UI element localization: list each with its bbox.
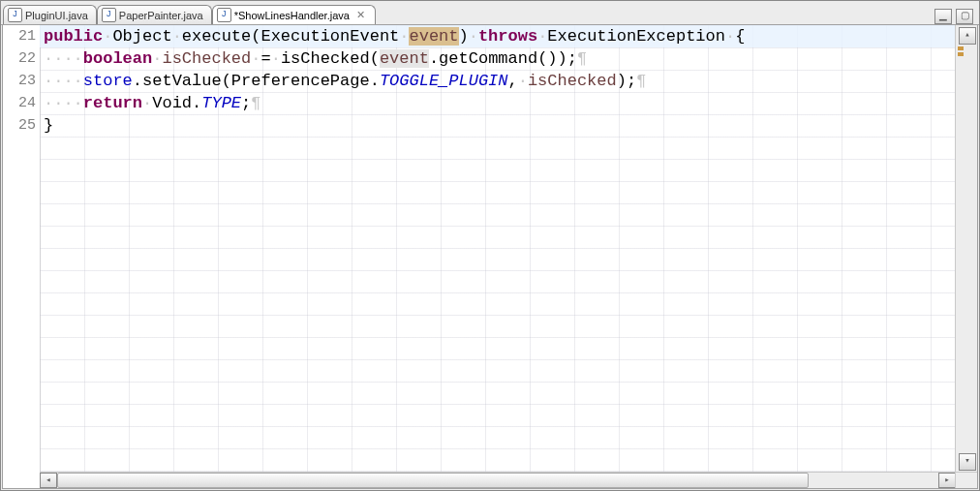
line-number[interactable]: 21	[3, 25, 40, 47]
token: ·	[152, 49, 162, 68]
code-line[interactable]: }	[40, 114, 956, 137]
token: isChecked(	[281, 49, 380, 68]
scroll-track[interactable]	[57, 473, 938, 488]
window-buttons: ▁ ▢	[934, 9, 977, 24]
token: ····	[44, 72, 83, 90]
token: ····	[44, 94, 83, 112]
horizontal-scrollbar[interactable]: ◂ ▸	[40, 472, 956, 488]
token: ·	[399, 27, 409, 46]
token: event	[409, 27, 458, 46]
token: store	[83, 72, 133, 90]
line-number[interactable]: 22	[3, 47, 40, 70]
token: ·	[142, 94, 152, 112]
editor-window: J PluginUI.java J PaperPainter.java J *S…	[0, 0, 980, 491]
code-area[interactable]: public·Object·execute(ExecutionEvent·eve…	[40, 25, 956, 473]
token: TYPE	[201, 94, 241, 112]
scroll-right-icon[interactable]: ▸	[938, 473, 956, 488]
token: ¶	[636, 72, 646, 90]
scroll-left-icon[interactable]: ◂	[40, 473, 57, 488]
line-number[interactable]: 23	[3, 70, 40, 92]
token: =	[260, 49, 270, 68]
token: Object	[112, 27, 171, 46]
token: ¶	[251, 94, 260, 112]
java-file-icon: J	[102, 8, 116, 22]
tab-bar: J PluginUI.java J PaperPainter.java J *S…	[1, 1, 979, 25]
token: )	[459, 27, 469, 46]
token: ,	[508, 72, 518, 90]
minimize-button[interactable]: ▁	[934, 9, 952, 24]
token: ····	[44, 49, 83, 68]
code-line[interactable]: ····boolean·isChecked·=·isChecked(event.…	[40, 47, 956, 70]
token: ExecutionException	[547, 27, 725, 46]
java-file-icon: J	[8, 8, 22, 22]
token: TOGGLE_PLUGIN	[380, 72, 508, 90]
token: );	[617, 72, 636, 90]
code-line[interactable]: public·Object·execute(ExecutionEvent·eve…	[40, 25, 956, 47]
line-number-gutter[interactable]: 2122232425	[3, 25, 41, 473]
token: ·	[172, 27, 182, 46]
token: execute(ExecutionEvent	[182, 27, 399, 46]
close-icon[interactable]: ✕	[355, 10, 367, 21]
tab-showlineshandler[interactable]: J *ShowLinesHandler.java ✕	[212, 5, 376, 24]
token: }	[44, 116, 53, 135]
token: ·	[537, 27, 547, 46]
tab-label: PluginUI.java	[25, 10, 88, 21]
code-line[interactable]: ····return·Void.TYPE;¶	[40, 92, 956, 114]
java-file-icon: J	[217, 8, 231, 22]
token: ·	[725, 27, 735, 46]
token: isChecked	[162, 49, 251, 68]
token: ·	[271, 49, 281, 68]
scroll-down-icon[interactable]: ▾	[959, 453, 976, 471]
maximize-button[interactable]: ▢	[956, 9, 973, 24]
token: throws	[478, 27, 537, 46]
token: boolean	[83, 49, 152, 68]
editor-area: 2122232425 public·Object·execute(Executi…	[2, 24, 978, 489]
token: isChecked	[528, 72, 617, 90]
token: ·	[469, 27, 478, 46]
line-number[interactable]: 25	[3, 114, 40, 137]
scroll-corner	[955, 472, 977, 488]
token: public	[44, 27, 103, 46]
code-line[interactable]: ····store.setValue(PreferencePage.TOGGLE…	[40, 70, 956, 92]
token: ·	[103, 27, 112, 46]
overview-marker[interactable]	[958, 52, 964, 56]
line-number[interactable]: 24	[3, 92, 40, 114]
scroll-up-icon[interactable]: ▴	[959, 27, 976, 45]
scroll-thumb[interactable]	[57, 473, 809, 488]
token: ;	[241, 94, 251, 112]
overview-marker[interactable]	[958, 46, 964, 50]
token: ·	[518, 72, 528, 90]
vertical-scrollbar[interactable]: ▴ ▾	[955, 25, 977, 473]
tab-pluginui[interactable]: J PluginUI.java	[3, 5, 97, 24]
token: ·	[251, 49, 260, 68]
tab-paperpainter[interactable]: J PaperPainter.java	[97, 5, 212, 24]
token: Void.	[152, 94, 201, 112]
token: .getCommand());	[429, 49, 577, 68]
token: {	[735, 27, 745, 46]
token: .setValue(PreferencePage.	[133, 72, 380, 90]
token: event	[380, 49, 429, 68]
tab-label: *ShowLinesHandler.java	[234, 10, 350, 21]
tab-label: PaperPainter.java	[119, 10, 203, 21]
token: ¶	[577, 49, 587, 68]
token: return	[83, 94, 142, 112]
